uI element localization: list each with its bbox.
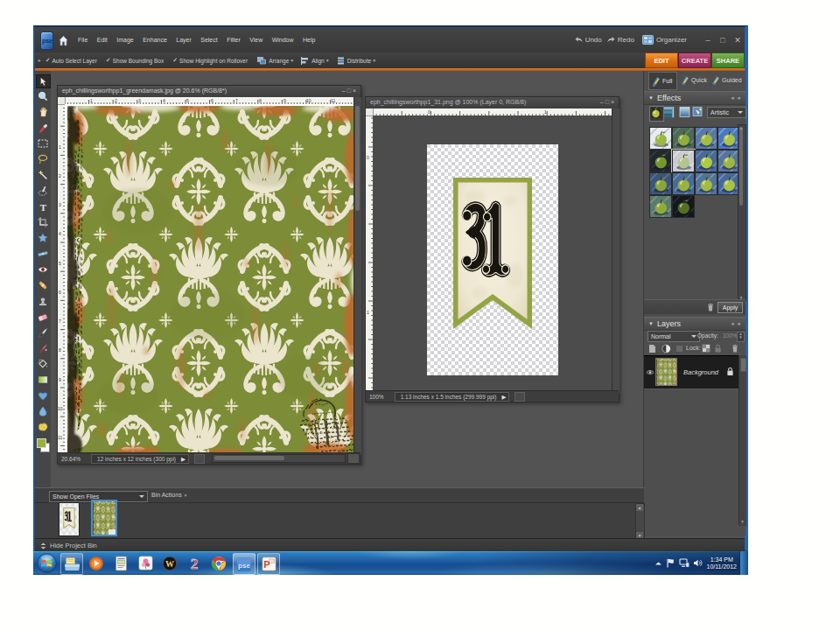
menu-filter[interactable]: Filter [224,27,243,52]
banner-title-bar[interactable]: eph_chillingsworthpp1_31.png @ 100% (Lay… [366,97,619,109]
opacity-stepper[interactable]: ▲▼ [737,332,745,342]
taskbar-clock[interactable]: 1:34 PM 10/11/2012 [706,556,737,570]
foreground-color-swatch[interactable] [37,438,46,448]
layers-collapse-icon[interactable]: ▼ [648,321,654,326]
tray-expand-icon[interactable] [654,560,662,567]
red-eye-tool[interactable] [37,263,49,276]
taskbar-warcraft[interactable]: W [159,553,180,573]
doc1-hscroll-thumb[interactable] [214,456,284,460]
gradient-tool[interactable] [37,374,49,386]
marquee-tool[interactable] [37,137,49,150]
taskbar-notepad[interactable] [110,553,131,573]
layers-scroll-thumb[interactable] [740,358,746,372]
layers-delete-icon[interactable] [732,344,738,353]
eyedropper-tool[interactable] [37,122,49,134]
clone-stamp-tool[interactable] [37,295,49,307]
taskbar-photo-tool[interactable] [135,553,156,573]
color-swatches[interactable] [37,438,49,452]
doc2-vscrollbar[interactable] [612,108,620,393]
sponge-tool[interactable] [37,421,49,433]
show-desktop-button[interactable] [739,551,748,575]
redo-button[interactable]: Redo [606,36,634,44]
new-group-icon[interactable] [676,344,683,354]
checkbox-show-bounding-box[interactable]: ✓ [106,57,111,64]
bin-scroll-up-icon[interactable]: ▲ [636,504,643,511]
doc2-status-btn[interactable] [514,392,525,402]
doc1-resize-grip[interactable] [347,453,360,464]
menu-file[interactable]: File [75,27,90,52]
damask-title-bar[interactable]: eph_chillingsworthpp1_greendamask.jpg @ … [58,86,360,98]
effects-category-dropdown[interactable]: Artistic [707,107,746,118]
hide-project-bin-label[interactable]: Hide Project Bin [50,542,97,550]
banner-canvas[interactable] [373,116,612,392]
doc1-status-btn[interactable] [194,454,205,464]
mode-quick-button[interactable]: Quick [680,72,707,88]
paint-bucket-tool[interactable] [37,358,49,370]
maximize-button[interactable]: □ [718,36,728,45]
new-adjustment-layer-icon[interactable] [662,344,671,354]
effect-thumbnail-artistic-14[interactable] [672,195,695,218]
new-layer-icon[interactable] [648,344,656,354]
taskbar-chrome[interactable] [208,553,229,573]
quick-selection-tool[interactable] [37,185,49,197]
menu-edit[interactable]: Edit [94,27,110,52]
effect-thumbnail-artistic-05[interactable] [649,150,672,172]
tab-create[interactable]: CREATE [678,52,711,68]
taskbar-sims2[interactable]: 2 [184,553,205,573]
mode-guided-button[interactable]: Guided [710,72,742,88]
effect-thumbnail-artistic-07[interactable] [695,150,718,172]
doc2-doc-size[interactable]: 1.13 inches x 1.5 inches (299.999 ppi) ▶ [395,392,510,402]
effect-thumbnail-artistic-01[interactable] [649,127,672,150]
shape-tool[interactable] [37,389,49,402]
distribute-button[interactable]: Distribute▼ [337,57,376,65]
damask-canvas[interactable] [65,104,354,455]
effects-layer-styles-button[interactable] [663,106,676,120]
move-tool[interactable] [36,74,51,88]
action-center-flag-icon[interactable] [666,558,676,568]
bin-scrollbar[interactable]: ▲ ▼ [635,503,645,540]
effect-thumbnail-artistic-06[interactable] [672,150,695,172]
arrange-button[interactable]: Arrange▼ [257,57,301,65]
layer-visibility-eye-icon[interactable] [646,369,654,375]
document-window-banner[interactable]: eph_chillingsworthpp1_31.png @ 100% (Lay… [365,96,620,402]
layers-scroll-down-icon[interactable]: ▼ [739,519,746,525]
undo-button[interactable]: Undo [574,36,602,44]
effects-panel-menu-icon[interactable]: ◄◄ [730,95,742,101]
home-button[interactable] [59,34,68,50]
effects-filters-button[interactable] [649,106,664,122]
taskbar-windows-explorer[interactable] [60,553,83,575]
effects-photo-effects-button[interactable] [679,106,692,120]
zoom-tool[interactable] [37,90,49,102]
magic-wand-tool[interactable] [37,169,49,181]
document-window-damask[interactable]: eph_chillingsworthpp1_greendamask.jpg @ … [57,85,361,465]
effects-scroll-up-icon[interactable]: ▲ [738,125,744,130]
layer-row-background[interactable]: Background [644,355,738,389]
layers-panel-header[interactable]: ▼ Layers ◄◄ [644,317,746,331]
effects-all-button[interactable] [692,106,705,120]
doc1-vscroll-thumb[interactable] [355,106,360,211]
effects-scrollbar[interactable]: ▲ ▼ [738,124,746,301]
effect-thumbnail-artistic-02[interactable] [672,127,695,150]
tab-edit[interactable]: EDIT [645,52,678,68]
taskbar-powerpoint[interactable]: P [257,553,280,575]
menu-help[interactable]: Help [300,27,318,52]
smart-brush-tool[interactable] [37,342,49,354]
doc2-zoom-level[interactable]: 100% [369,394,384,400]
bin-thumbnail-banner[interactable] [60,503,79,536]
bin-actions-button[interactable]: Bin Actions ▼ [151,492,188,498]
minimize-button[interactable]: – [703,36,713,45]
taskbar-photoshop-elements[interactable]: pse [233,553,256,575]
doc1-hscrollbar[interactable] [212,454,346,463]
brush-tool[interactable] [37,326,49,339]
menu-enhance[interactable]: Enhance [140,27,170,52]
hand-tool[interactable] [37,106,49,118]
close-button[interactable]: ✕ [732,36,743,45]
cookie-cutter-tool[interactable] [37,232,49,244]
blend-mode-dropdown[interactable]: Normal [648,331,700,342]
effect-thumbnail-artistic-11[interactable] [695,172,718,195]
blur-tool[interactable] [37,405,49,417]
effects-delete-icon[interactable] [707,303,714,312]
effect-thumbnail-artistic-09[interactable] [649,172,672,195]
checkbox-auto-select-layer[interactable]: ✓ [46,57,51,64]
collapse-bin-icon[interactable] [40,542,46,550]
